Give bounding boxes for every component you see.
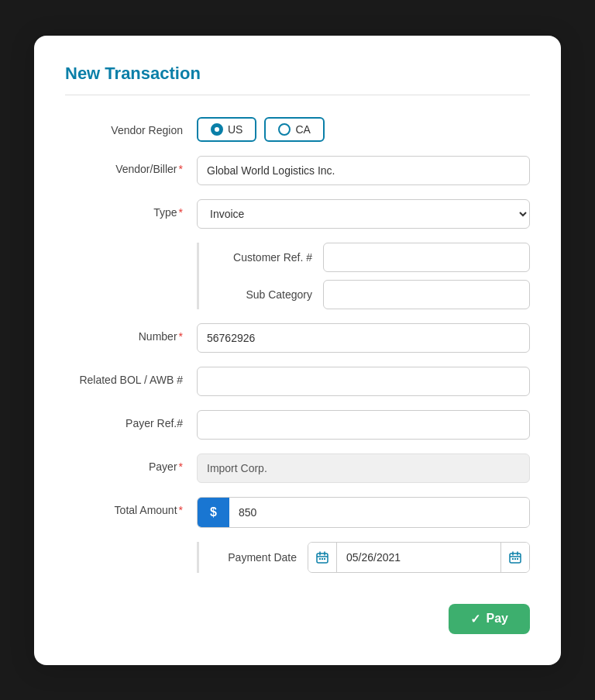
ca-label: CA <box>295 123 310 136</box>
payment-date-value: 05/26/2021 <box>337 543 500 572</box>
amount-group: $ <box>197 497 530 528</box>
type-select[interactable]: Invoice Credit Debit <box>197 199 530 229</box>
svg-rect-6 <box>324 558 325 560</box>
type-label: Type* <box>65 199 197 221</box>
vendor-biller-row: Vendor/Biller* <box>65 156 530 185</box>
vendor-biller-required: * <box>179 163 183 175</box>
customer-ref-input[interactable] <box>323 243 530 272</box>
customer-ref-row: Customer Ref. # <box>199 243 530 272</box>
vendor-biller-control <box>197 156 530 185</box>
region-ca-button[interactable]: CA <box>264 117 324 142</box>
vendor-biller-input[interactable] <box>197 156 530 185</box>
svg-rect-4 <box>319 558 321 560</box>
payer-required: * <box>179 460 183 473</box>
sub-category-input-wrap <box>323 280 530 309</box>
date-input-group: 05/26/2021 <box>308 542 530 573</box>
payment-date-section: Payment Date 05/26/2021 <box>197 542 530 573</box>
sub-section-border: Customer Ref. # Sub Category <box>197 243 530 309</box>
calendar-icon-right[interactable] <box>500 543 529 572</box>
page-title: New Transaction <box>65 64 530 84</box>
sub-category-row: Sub Category <box>199 280 530 309</box>
related-bol-label: Related BOL / AWB # <box>65 367 197 388</box>
related-bol-control <box>197 367 530 396</box>
type-control: Invoice Credit Debit <box>197 199 530 229</box>
payer-ref-control <box>197 410 530 440</box>
number-label: Number* <box>65 323 197 345</box>
customer-ref-input-wrap <box>323 243 530 272</box>
payer-control: Import Corp. <box>197 453 530 483</box>
us-label: US <box>228 123 242 136</box>
vendor-region-row: Vendor Region US CA <box>65 117 530 142</box>
type-row: Type* Invoice Credit Debit <box>65 199 530 229</box>
pay-button-label: Pay <box>487 612 508 626</box>
total-amount-row: Total Amount* $ <box>65 497 530 528</box>
amount-input[interactable] <box>229 498 529 526</box>
payment-date-row: Payment Date 05/26/2021 <box>65 542 530 573</box>
number-row: Number* <box>65 323 530 353</box>
total-amount-control: $ <box>197 497 530 528</box>
sub-section-content: Customer Ref. # Sub Category <box>197 243 530 309</box>
dollar-button[interactable]: $ <box>198 498 229 527</box>
svg-rect-13 <box>517 558 518 560</box>
payment-date-inner: Payment Date 05/26/2021 <box>197 542 530 573</box>
payer-ref-input[interactable] <box>197 410 530 440</box>
dollar-symbol: $ <box>210 505 217 519</box>
related-bol-input[interactable] <box>197 367 530 396</box>
payer-field: Import Corp. <box>197 453 530 483</box>
payment-date-label: Payment Date <box>199 551 308 564</box>
total-amount-required: * <box>179 504 183 516</box>
related-bol-row: Related BOL / AWB # <box>65 367 530 396</box>
region-us-button[interactable]: US <box>197 117 256 142</box>
checkmark-icon: ✓ <box>470 612 480 626</box>
pay-button[interactable]: ✓ Pay <box>449 604 530 634</box>
header-divider <box>65 95 530 95</box>
type-required: * <box>179 206 183 219</box>
us-radio-circle <box>211 123 223 136</box>
vendor-region-buttons: US CA <box>197 117 530 142</box>
number-required: * <box>179 330 183 343</box>
svg-rect-5 <box>322 558 323 560</box>
total-amount-label: Total Amount* <box>65 497 197 519</box>
payer-row: Payer* Import Corp. <box>65 453 530 483</box>
sub-section-spacer <box>65 243 197 249</box>
payer-ref-row: Payer Ref.# <box>65 410 530 440</box>
ca-radio-circle <box>278 123 291 136</box>
payer-ref-label: Payer Ref.# <box>65 410 197 432</box>
vendor-biller-label: Vendor/Biller* <box>65 156 197 178</box>
payer-label: Payer* <box>65 453 197 475</box>
sub-category-input[interactable] <box>323 280 530 309</box>
sub-section-row: Customer Ref. # Sub Category <box>65 243 530 309</box>
pay-button-container: ✓ Pay <box>65 587 530 634</box>
sub-category-label: Sub Category <box>199 288 323 301</box>
vendor-region-label: Vendor Region <box>65 117 197 139</box>
customer-ref-label: Customer Ref. # <box>199 251 323 264</box>
number-control <box>197 323 530 353</box>
payment-date-spacer <box>65 542 197 548</box>
svg-rect-11 <box>512 558 514 560</box>
transaction-form-card: New Transaction Vendor Region US CA Vend… <box>34 36 561 665</box>
number-input[interactable] <box>197 323 530 353</box>
calendar-icon-left[interactable] <box>308 543 337 572</box>
svg-rect-12 <box>514 558 516 560</box>
